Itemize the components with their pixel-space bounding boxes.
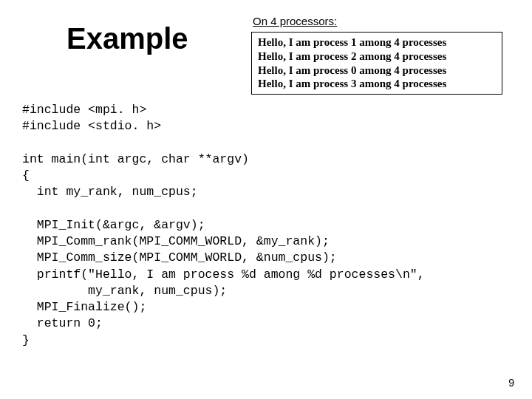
output-line: Hello, I am process 3 among 4 processes bbox=[258, 77, 496, 91]
output-box: Hello, I am process 1 among 4 processes … bbox=[251, 32, 502, 95]
output-heading: On 4 processors: bbox=[253, 15, 510, 27]
output-line: Hello, I am process 2 among 4 processes bbox=[258, 50, 496, 64]
slide-title: Example bbox=[66, 22, 251, 55]
output-line: Hello, I am process 1 among 4 processes bbox=[258, 35, 496, 50]
code-block: #include <mpi. h> #include <stdio. h> in… bbox=[22, 102, 510, 349]
page-number: 9 bbox=[508, 377, 514, 389]
header-area: Example On 4 processors: Hello, I am pro… bbox=[22, 15, 510, 95]
title-block: Example bbox=[22, 15, 251, 55]
output-block: On 4 processors: Hello, I am process 1 a… bbox=[251, 15, 510, 95]
output-line: Hello, I am process 0 among 4 processes bbox=[258, 64, 496, 78]
